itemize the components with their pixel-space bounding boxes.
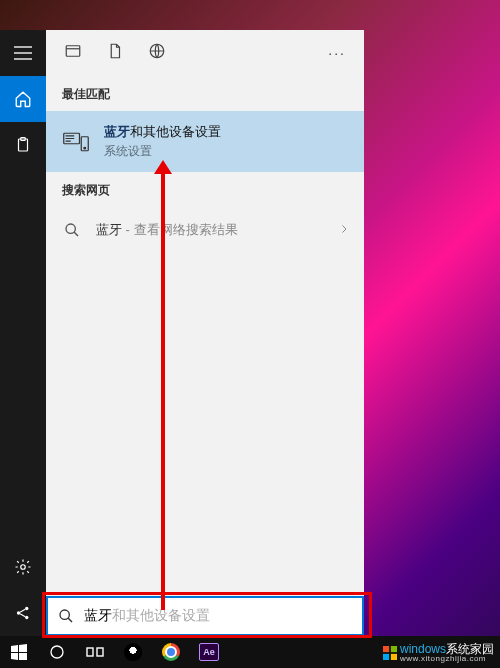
desktop: 回收站 腾讯视频 360极速浏览器	[0, 0, 500, 668]
search-result-title: 蓝牙和其他设备设置	[104, 123, 221, 141]
qq-icon	[124, 643, 142, 661]
gear-icon	[14, 558, 32, 576]
menu-button[interactable]	[0, 30, 46, 76]
menu-icon	[14, 46, 32, 60]
clipboard-icon	[14, 136, 32, 154]
svg-point-13	[51, 646, 63, 658]
svg-rect-14	[87, 648, 93, 656]
more-button[interactable]: ···	[328, 45, 346, 61]
search-panel: ··· 最佳匹配 蓝牙和其他设备设置 系统设置 搜索网页 蓝牙 - 查看网络搜索…	[46, 30, 364, 636]
taskbar-app-qq[interactable]	[114, 636, 152, 668]
svg-point-2	[21, 565, 26, 570]
search-sidebar	[0, 30, 46, 636]
sidebar-item-share[interactable]	[0, 590, 46, 636]
watermark: windows系统家园 www.xitongzhijia.com	[383, 643, 494, 663]
share-icon	[14, 604, 32, 622]
globe-icon	[148, 42, 166, 60]
sidebar-item-home[interactable]	[0, 76, 46, 122]
after-effects-icon: Ae	[199, 643, 219, 661]
svg-point-4	[25, 607, 28, 610]
section-header-best-match: 最佳匹配	[46, 76, 364, 111]
section-header-web: 搜索网页	[46, 172, 364, 207]
home-icon	[14, 90, 32, 108]
svg-point-11	[66, 224, 75, 233]
apps-icon	[64, 42, 82, 60]
taskbar-app-after-effects[interactable]: Ae	[190, 636, 228, 668]
search-web-result[interactable]: 蓝牙 - 查看网络搜索结果	[46, 207, 364, 253]
task-view-button[interactable]	[76, 636, 114, 668]
svg-point-10	[84, 147, 86, 149]
start-button[interactable]	[0, 636, 38, 668]
cortana-button[interactable]	[38, 636, 76, 668]
search-icon	[62, 222, 82, 238]
svg-point-3	[17, 611, 20, 614]
sidebar-item-clipboard[interactable]	[0, 122, 46, 168]
svg-rect-15	[97, 648, 103, 656]
windows-logo-icon	[11, 644, 27, 660]
search-result-subtitle: 系统设置	[104, 143, 221, 160]
document-icon	[106, 42, 124, 60]
sidebar-item-settings[interactable]	[0, 544, 46, 590]
annotation-highlight-box	[42, 592, 372, 638]
devices-icon	[62, 128, 90, 156]
taskbar-app-chrome[interactable]	[152, 636, 190, 668]
task-view-icon	[86, 645, 104, 659]
svg-rect-6	[66, 46, 80, 57]
watermark-url: www.xitongzhijia.com	[400, 655, 494, 663]
chevron-right-icon	[338, 221, 350, 239]
search-web-result-text: 蓝牙 - 查看网络搜索结果	[96, 221, 238, 239]
search-filter-row: ···	[46, 30, 364, 76]
circle-icon	[49, 644, 65, 660]
svg-point-5	[25, 616, 28, 619]
search-result-bluetooth-settings[interactable]: 蓝牙和其他设备设置 系统设置	[46, 111, 364, 172]
filter-apps-button[interactable]	[64, 42, 82, 64]
windows-logo-icon	[383, 646, 397, 660]
filter-web-button[interactable]	[148, 42, 166, 64]
chrome-icon	[162, 643, 180, 661]
filter-documents-button[interactable]	[106, 42, 124, 64]
